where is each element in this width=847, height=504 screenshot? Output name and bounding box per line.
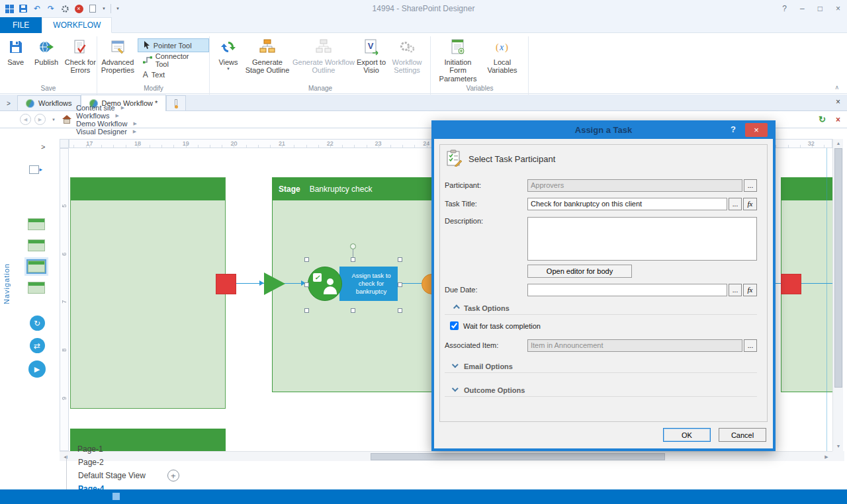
maximize-button[interactable]: □ — [818, 4, 823, 13]
stage-thumbnail-selected[interactable] — [28, 261, 45, 273]
history-dropdown-icon[interactable]: ▼ — [52, 118, 56, 122]
publish-button[interactable]: Publish — [31, 36, 61, 66]
text-tool-button[interactable]: A Text — [138, 67, 209, 81]
quick-save-icon[interactable] — [19, 4, 28, 13]
stage-entry-marker[interactable] — [216, 274, 236, 294]
scroll-up-arrow[interactable]: ▲ — [833, 139, 844, 148]
selection-handle[interactable] — [398, 308, 402, 313]
breadcrumb-separator-icon[interactable]: ▶ — [121, 105, 124, 110]
initiation-form-parameters-button[interactable]: Initiation Form Parameters — [437, 36, 479, 83]
participant-browse-button[interactable]: ... — [744, 179, 757, 192]
page-tab[interactable]: Page-1 ▲ — [66, 442, 157, 456]
outcome-options-section[interactable]: Outcome Options — [445, 384, 757, 397]
minimize-button[interactable]: – — [800, 4, 805, 13]
stage-entry-marker[interactable] — [781, 274, 801, 294]
selection-handle[interactable] — [398, 257, 402, 262]
collapse-ribbon-icon[interactable]: ∧ — [834, 84, 839, 91]
wait-for-completion-checkbox[interactable] — [450, 321, 459, 330]
dialog-help-button[interactable]: ? — [731, 124, 736, 134]
breadcrumb-separator-icon[interactable]: ▶ — [133, 121, 136, 126]
selection-handle[interactable] — [304, 308, 309, 313]
tab-file[interactable]: FILE — [0, 17, 42, 33]
due-date-browse-button[interactable]: ... — [729, 284, 742, 296]
loop-shape-icon[interactable]: ↻ — [30, 315, 45, 331]
save-button[interactable]: Save — [3, 36, 28, 66]
stage-thumbnail[interactable] — [28, 282, 45, 294]
page-tab[interactable]: Default Stage View ▲ — [66, 469, 157, 482]
participant-input[interactable] — [527, 179, 742, 192]
back-button[interactable]: ◀ — [20, 114, 31, 125]
tab-workflow[interactable]: WORKFLOW — [42, 17, 112, 33]
shapes-panel-icon[interactable] — [29, 165, 39, 174]
vertical-scroll-thumb[interactable] — [834, 148, 842, 388]
task-title-input[interactable] — [527, 198, 727, 210]
email-options-section[interactable]: Email Options — [445, 360, 757, 373]
task-title-browse-button[interactable]: ... — [729, 198, 742, 210]
dialog-titlebar[interactable]: Assign a Task — [431, 120, 776, 139]
start-shape-icon[interactable]: ▶ — [28, 360, 46, 378]
undo-icon[interactable]: ↶ — [32, 4, 42, 13]
doc-tab-extra[interactable] — [166, 95, 186, 110]
horizontal-scroll-thumb[interactable] — [371, 453, 665, 460]
breadcrumb-item[interactable]: Visual Designer ▶ — [75, 128, 142, 136]
add-page-button[interactable]: + — [167, 470, 179, 482]
breadcrumb-item[interactable]: Demo Workflow ▶ — [75, 120, 142, 128]
close-app-icon[interactable]: × — [74, 4, 83, 13]
due-date-fx-button[interactable]: fx — [743, 284, 757, 296]
selection-handle[interactable] — [351, 257, 355, 262]
assign-task-shape-selected[interactable]: Assign task to check for bankruptcy ✓ — [306, 259, 400, 311]
doc-tab-workflows[interactable]: Workflows — [17, 95, 81, 110]
stage-right-header[interactable] — [781, 178, 832, 200]
tab-scroll-chevron-icon[interactable]: > — [0, 100, 17, 110]
open-editor-button[interactable]: Open editor for body — [527, 265, 632, 278]
export-to-visio-button[interactable]: V Export to Visio — [356, 36, 386, 75]
views-button[interactable]: Views ▼ — [214, 36, 242, 71]
customize-qat-icon[interactable]: ▼ — [116, 7, 120, 11]
due-date-input[interactable] — [527, 284, 727, 296]
stage-left-header[interactable] — [71, 178, 225, 200]
task-title-fx-button[interactable]: fx — [743, 198, 757, 210]
associated-item-browse-button[interactable]: ... — [744, 339, 757, 352]
task-shape-body[interactable]: Assign task to check for bankruptcy — [339, 267, 398, 301]
stage-thumbnail[interactable] — [28, 239, 45, 251]
cancel-button[interactable]: Cancel — [719, 428, 766, 442]
ok-button[interactable]: OK — [663, 428, 711, 442]
close-tab-icon[interactable]: × — [836, 97, 840, 106]
close-page-icon[interactable]: × — [836, 115, 840, 124]
forward-button[interactable]: ▶ — [34, 114, 46, 125]
stage-thumbnail[interactable] — [28, 218, 45, 230]
refresh-icon[interactable]: ↻ — [819, 114, 826, 124]
selection-handle[interactable] — [351, 308, 355, 313]
selection-handle[interactable] — [398, 282, 402, 287]
breadcrumb-item[interactable]: Workflows ▶ — [75, 112, 142, 120]
generate-stage-outline-button[interactable]: Generate Stage Outline — [244, 36, 291, 75]
transition-arrow-shape[interactable] — [264, 273, 285, 295]
preview-icon[interactable] — [88, 4, 97, 13]
advanced-properties-button[interactable]: Advanced Properties — [101, 36, 135, 75]
scroll-right-arrow[interactable]: ▶ — [822, 452, 831, 462]
redo-icon[interactable]: ↷ — [46, 4, 56, 13]
description-textarea[interactable] — [527, 217, 757, 261]
breadcrumb-separator-icon[interactable]: ▶ — [115, 113, 118, 118]
dialog-close-button[interactable]: × — [745, 123, 768, 137]
selection-handle[interactable] — [304, 282, 309, 287]
parallel-shape-icon[interactable]: ⇄ — [30, 338, 45, 353]
preview-dropdown-icon[interactable]: ▼ — [102, 7, 106, 11]
local-variables-button[interactable]: (x) Local Variables — [483, 36, 521, 75]
home-icon[interactable] — [62, 116, 71, 123]
rotation-handle[interactable] — [350, 243, 356, 249]
stage-left[interactable] — [70, 177, 226, 409]
selection-handle[interactable] — [304, 257, 309, 262]
page-tab[interactable]: Page-2 ▲ — [66, 456, 157, 469]
check-for-errors-button[interactable]: Check for Errors — [64, 36, 97, 75]
app-icon[interactable] — [5, 4, 14, 13]
help-button[interactable]: ? — [782, 4, 787, 13]
horizontal-scrollbar[interactable]: ◀ ▶ — [60, 451, 832, 461]
connector-tool-button[interactable]: Connector Tool — [138, 53, 209, 67]
task-options-section[interactable]: Task Options — [445, 302, 757, 315]
breadcrumb-separator-icon[interactable]: ▶ — [133, 129, 136, 134]
vertical-scrollbar[interactable]: ▲ ▼ — [832, 139, 843, 451]
close-button[interactable]: × — [836, 4, 840, 13]
gear-icon[interactable] — [60, 4, 69, 13]
associated-item-input[interactable] — [527, 339, 742, 352]
